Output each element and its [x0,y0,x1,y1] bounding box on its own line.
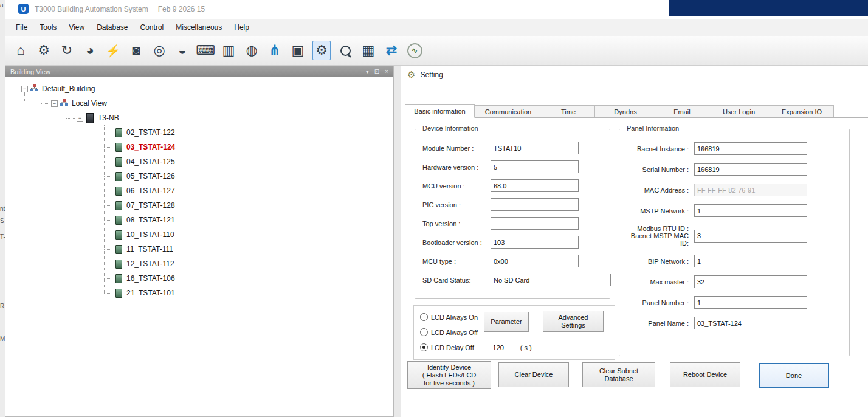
background-text-fragment: R [0,303,4,309]
sd-card-status-input[interactable] [491,274,611,286]
settings-gear-icon[interactable]: ⚙ [35,41,52,60]
tree-item-tstat[interactable]: 16_TSTAT-106 [5,271,393,286]
radio-icon [420,328,428,336]
tree-item-tstat[interactable]: 05_TSTAT-126 [5,169,393,184]
trend-graph-icon[interactable]: ∿ [406,41,423,60]
expander-icon[interactable]: − [21,86,28,92]
tree-connector [104,176,112,177]
setting-tabs: Basic information Communication Time Dyn… [405,103,868,118]
monitor-icon[interactable]: ▣ [289,41,306,60]
hardware-version-input[interactable] [491,160,579,173]
sync-icon[interactable]: ⇄ [383,41,400,60]
reboot-device-button[interactable]: Reboot Device [670,362,740,387]
modbus-rtu-id-input[interactable] [694,230,807,243]
building-icon[interactable]: ▦ [360,41,377,60]
menu-database[interactable]: Database [91,21,134,34]
lcd-delay-input[interactable] [483,342,514,353]
panel-splitter[interactable] [394,66,401,417]
menu-file[interactable]: File [10,21,33,34]
tab-time[interactable]: Time [542,105,595,117]
speedometer-icon[interactable]: ◕ [81,41,98,60]
panel-information-group: Panel Information Bacnet Instance : Seri… [619,129,850,356]
search-icon[interactable] [337,41,354,60]
disc-icon[interactable]: ◎ [151,41,168,60]
tree-connector [104,205,112,206]
panel-number-input[interactable] [694,296,807,309]
power-plug-icon[interactable]: ⚡ [105,41,122,60]
expander-icon[interactable]: − [51,100,58,107]
bar-chart-icon[interactable]: ▥ [220,41,237,60]
tree-item-default-building[interactable]: − Default_Building [5,81,393,96]
building-view-title: Building View [10,68,50,75]
tree-item-tstat[interactable]: 12_TSTAT-112 [5,257,393,271]
background-text-fragment: S [0,218,4,224]
setting-gear-icon: ⚙ [407,69,415,80]
tree-item-tstat[interactable]: 02_TSTAT-122 [5,125,393,140]
tree-connector [104,249,112,250]
panel-name-input[interactable] [694,317,807,329]
close-icon[interactable]: × [385,69,388,75]
tree-item-tstat[interactable]: 04_TSTAT-125 [5,154,393,169]
tree-item-tstat[interactable]: 11_TSTAT-111 [5,242,393,257]
max-master-input[interactable] [694,275,807,288]
menu-help[interactable]: Help [228,21,255,34]
menu-view[interactable]: View [63,21,91,34]
magnifier-shape [340,46,351,56]
tab-dyndns[interactable]: Dyndns [594,105,656,117]
module-number-input[interactable] [491,142,579,154]
gear-refresh-icon[interactable]: ↻ [58,41,75,60]
bacnet-instance-input[interactable] [694,142,807,155]
serial-number-input[interactable] [694,163,807,176]
tab-basic-information[interactable]: Basic information [405,104,475,118]
building-view-header: Building View ▾ ⊡ × [5,66,393,77]
sphere-download-icon[interactable]: ◒ [174,41,191,60]
bacnet-instance-label: Bacnet Instance : [623,145,689,153]
tree-item-tstat[interactable]: 08_TSTAT-121 [5,213,393,227]
tree-connector [41,103,49,104]
mac-address-label: MAC Address : [623,187,689,194]
mcu-version-input[interactable] [491,179,579,192]
chevron-down-icon[interactable]: ▾ [366,69,369,75]
advanced-settings-button[interactable]: Advanced Settings [543,311,604,332]
menu-miscellaneous[interactable]: Miscellaneous [170,21,228,34]
pic-version-input[interactable] [491,198,579,211]
home-icon[interactable]: ⌂ [12,41,29,60]
tab-email[interactable]: Email [656,105,708,117]
t3000-window: a nt S T- R ME U T3000 Building Automati… [0,0,868,417]
webcam-icon[interactable]: ◍ [243,41,260,60]
menu-control[interactable]: Control [134,21,170,34]
menu-tools[interactable]: Tools [33,21,63,34]
tree-item-t3-nb[interactable]: − T3-NB [5,111,393,125]
keyboard-icon[interactable]: ⌨ [197,41,214,60]
pin-icon[interactable]: ⊡ [374,69,379,75]
tree-item-tstat[interactable]: 10_TSTAT-110 [5,227,393,242]
bootloader-version-input[interactable] [491,236,579,249]
lcd-delay-off-radio[interactable]: LCD Delay Off ( s ) [420,342,615,353]
tree-connector [44,107,44,118]
done-button[interactable]: Done [759,363,829,388]
tree-item-local-view[interactable]: − Local View [5,96,393,111]
tree-item-tstat-selected[interactable]: 03_TSTAT-124 [5,140,393,154]
thermostat-icon [115,172,122,181]
clear-device-button[interactable]: Clear Device [498,362,569,387]
thermostat-icon [115,187,122,196]
tab-communication[interactable]: Communication [474,105,542,117]
settings-selected-icon[interactable]: ⚙ [312,41,331,60]
tab-user-login[interactable]: User Login [708,105,770,117]
mstp-network-input[interactable] [694,204,807,217]
bip-network-input[interactable] [694,255,807,267]
site-icon [30,84,38,94]
tree-item-tstat[interactable]: 06_TSTAT-127 [5,184,393,198]
top-version-input[interactable] [491,217,579,230]
identify-device-button[interactable]: Identify Device ( Flash LEDs/LCD for fiv… [407,361,491,389]
mcu-type-input[interactable] [491,255,579,267]
tree-item-tstat[interactable]: 21_TSTAT-101 [5,286,393,300]
thermostat-icon [115,157,122,167]
network-tree-icon[interactable]: ⋔ [266,41,283,60]
clear-subnet-database-button[interactable]: Clear Subnet Database [582,362,655,387]
parameter-button[interactable]: Parameter [484,312,529,332]
tree-item-tstat[interactable]: 07_TSTAT-128 [5,198,393,213]
expander-icon[interactable]: − [77,115,83,122]
tab-expansion-io[interactable]: Expansion IO [770,105,834,117]
camera-icon[interactable]: ◙ [128,41,145,60]
